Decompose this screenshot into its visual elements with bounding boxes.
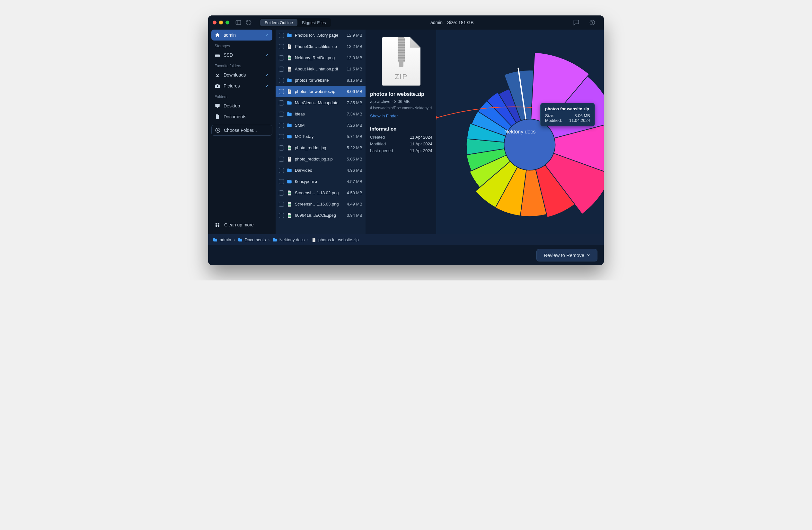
- zip-icon: [287, 89, 292, 95]
- info-modified-label: Modified: [370, 141, 386, 146]
- cleanup-more-button[interactable]: Clean up more: [211, 219, 272, 231]
- sidebar-item-ssd[interactable]: SSD ✓: [211, 50, 272, 60]
- row-checkbox[interactable]: [279, 201, 284, 207]
- file-row[interactable]: Nektony_RedDot.png12.0 MB: [276, 52, 365, 64]
- crumb-item[interactable]: photos for website.zip: [311, 237, 359, 242]
- folder-icon: [287, 111, 292, 117]
- choose-folder-button[interactable]: Choose Folder...: [211, 125, 272, 136]
- image-icon: [287, 145, 292, 151]
- file-preview-icon: ZIP: [382, 37, 420, 86]
- tab-folders-outline[interactable]: Folders Outline: [260, 19, 298, 26]
- file-row[interactable]: MacClean…Macupdate7.35 MB: [276, 97, 365, 108]
- row-checkbox[interactable]: [279, 100, 284, 106]
- row-checkbox[interactable]: [279, 112, 284, 117]
- sidebar-item-label: Documents: [223, 114, 246, 119]
- sidebar-item-desktop[interactable]: Desktop: [211, 100, 272, 111]
- row-checkbox[interactable]: [279, 191, 284, 196]
- file-row[interactable]: Screensh…1.16.03.png4.49 MB: [276, 198, 365, 210]
- svg-point-3: [592, 24, 592, 24]
- sidebar-item-documents[interactable]: Documents: [211, 111, 272, 122]
- cleanup-more-label: Clean up more: [224, 222, 254, 227]
- sidebar-item-admin[interactable]: admin ✓: [211, 30, 272, 41]
- refresh-icon[interactable]: [245, 19, 252, 26]
- svg-rect-0: [236, 20, 241, 25]
- file-row[interactable]: Screensh…1.18.02.png4.50 MB: [276, 187, 365, 198]
- file-row[interactable]: photo_reddot.jpg.zip5.05 MB: [276, 153, 365, 165]
- row-size: 12.9 MB: [347, 33, 362, 38]
- sidebar: admin ✓ Storages SSD ✓ Favorite folders …: [208, 30, 276, 234]
- row-checkbox[interactable]: [279, 145, 284, 151]
- review-label: Review to Remove: [544, 252, 584, 258]
- file-row[interactable]: Photos for…Story page12.9 MB: [276, 30, 365, 41]
- minimize-button[interactable]: [219, 20, 223, 25]
- sidebar-item-pictures[interactable]: Pictures ✓: [211, 80, 272, 91]
- file-row[interactable]: About Nek…ntation.pdf11.5 MB: [276, 64, 365, 74]
- folder-icon: [238, 237, 243, 242]
- desktop-icon: [215, 103, 220, 109]
- row-name: Nektony_RedDot.png: [295, 55, 344, 60]
- file-row[interactable]: SMM7.26 MB: [276, 120, 365, 131]
- help-icon[interactable]: [589, 19, 595, 26]
- row-size: 5.05 MB: [347, 157, 362, 162]
- row-checkbox[interactable]: [279, 213, 284, 218]
- row-name: Screensh…1.18.02.png: [295, 191, 344, 195]
- check-icon: ✓: [265, 72, 269, 78]
- chevron-down-icon: [587, 253, 590, 257]
- crumb-item[interactable]: Nektony docs: [272, 237, 305, 242]
- disk-icon: [215, 52, 220, 58]
- feedback-icon[interactable]: [573, 19, 579, 26]
- tooltip-title: photos for website.zip: [545, 107, 590, 111]
- sidebar-toggle-icon[interactable]: [235, 19, 242, 26]
- sunburst-chart[interactable]: [436, 30, 604, 234]
- crumb-label: Documents: [245, 237, 266, 242]
- file-row[interactable]: Конкуренти4.57 MB: [276, 176, 365, 187]
- row-checkbox[interactable]: [279, 89, 284, 94]
- file-row[interactable]: MC Today5.71 MB: [276, 131, 365, 142]
- row-checkbox[interactable]: [279, 55, 284, 60]
- info-created-value: 11 Apr 2024: [410, 135, 432, 140]
- crumb-separator: ›: [233, 237, 235, 242]
- crumb-label: photos for website.zip: [318, 237, 359, 242]
- row-size: 5.22 MB: [347, 145, 362, 150]
- maximize-button[interactable]: [226, 20, 229, 25]
- view-segment: Folders Outline Biggest Files: [260, 18, 331, 27]
- file-row[interactable]: photos for website.zip8.06 MB: [276, 86, 365, 97]
- crumb-item[interactable]: Documents: [238, 237, 266, 242]
- row-checkbox[interactable]: [279, 179, 284, 184]
- close-button[interactable]: [213, 20, 217, 25]
- file-row[interactable]: photos for website8.16 MB: [276, 74, 365, 86]
- row-name: MacClean…Macupdate: [295, 100, 344, 105]
- row-checkbox[interactable]: [279, 157, 284, 162]
- file-row[interactable]: ideas7.34 MB: [276, 108, 365, 120]
- file-row[interactable]: DarVideo4.96 MB: [276, 165, 365, 176]
- folder-icon: [213, 237, 218, 242]
- row-size: 4.96 MB: [347, 168, 362, 173]
- info-opened-label: Last opened: [370, 148, 393, 153]
- row-checkbox[interactable]: [279, 33, 284, 38]
- titlebar-user: admin: [431, 20, 443, 25]
- sidebar-item-label: SSD: [223, 53, 233, 58]
- review-to-remove-button[interactable]: Review to Remove: [536, 249, 597, 262]
- row-checkbox[interactable]: [279, 134, 284, 139]
- svg-rect-11: [218, 223, 219, 224]
- sidebar-item-downloads[interactable]: Downloads ✓: [211, 69, 272, 80]
- row-name: SMM: [295, 123, 344, 128]
- detail-path: /Users/admin/Documents/Nektony docs/phot…: [370, 106, 432, 111]
- file-row[interactable]: photo_reddot.jpg5.22 MB: [276, 142, 365, 153]
- row-checkbox[interactable]: [279, 168, 284, 173]
- bottom-bar: Review to Remove: [208, 245, 604, 265]
- show-in-finder-link[interactable]: Show in Finder: [370, 113, 432, 118]
- file-row[interactable]: PhoneCle…tchfiles.zip12.2 MB: [276, 41, 365, 52]
- row-name: ideas: [295, 112, 344, 116]
- file-row[interactable]: 6096418…ECCE.jpeg3.94 MB: [276, 210, 365, 221]
- row-checkbox[interactable]: [279, 67, 284, 72]
- file-list: Photos for…Story page12.9 MBPhoneCle…tch…: [276, 30, 365, 234]
- row-size: 3.94 MB: [347, 213, 362, 218]
- crumb-item[interactable]: admin: [213, 237, 231, 242]
- row-checkbox[interactable]: [279, 123, 284, 128]
- row-checkbox[interactable]: [279, 78, 284, 83]
- tab-biggest-files[interactable]: Biggest Files: [298, 19, 330, 26]
- grid-icon: [215, 222, 220, 228]
- row-checkbox[interactable]: [279, 44, 284, 49]
- zip-icon: [287, 44, 292, 50]
